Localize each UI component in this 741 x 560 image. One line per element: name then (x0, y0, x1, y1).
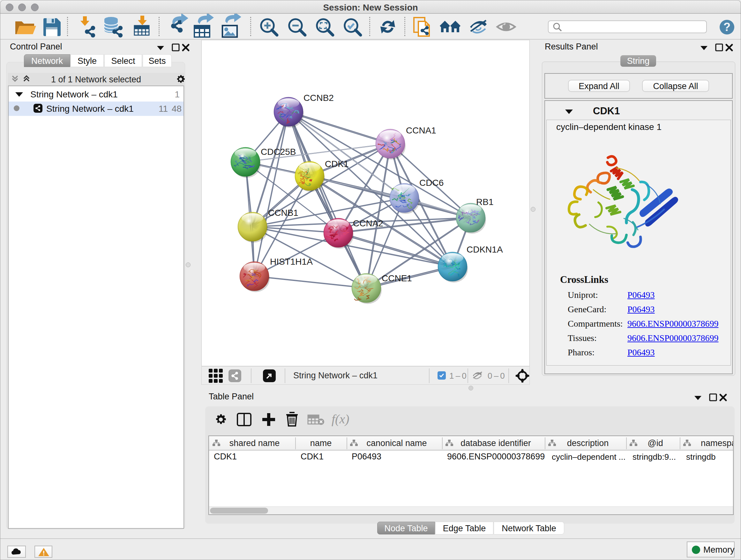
svg-text:CCNB2: CCNB2 (304, 93, 334, 103)
svg-text:CCNB1: CCNB1 (268, 208, 298, 218)
svg-text:CCNA2: CCNA2 (353, 219, 383, 228)
svg-text:CCNE1: CCNE1 (382, 273, 412, 283)
svg-text:RB1: RB1 (476, 197, 493, 207)
svg-text:CDKN1A: CDKN1A (467, 245, 503, 254)
svg-text:CCNA1: CCNA1 (406, 125, 436, 135)
svg-text:HIST1H1A: HIST1H1A (270, 257, 313, 266)
svg-text:CDC25B: CDC25B (261, 147, 296, 157)
svg-text:CDK1: CDK1 (325, 159, 349, 169)
svg-text:CDC6: CDC6 (419, 178, 444, 188)
